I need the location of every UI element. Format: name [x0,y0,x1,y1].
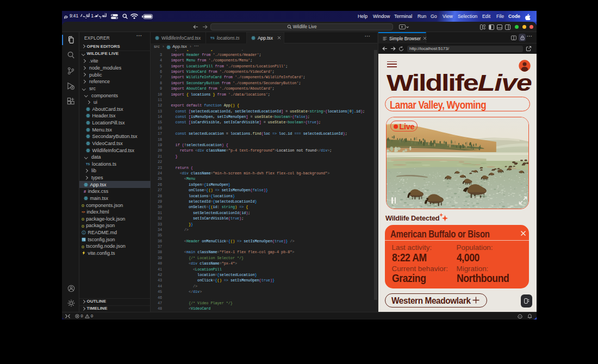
svg-text:TS: TS [82,239,85,241]
